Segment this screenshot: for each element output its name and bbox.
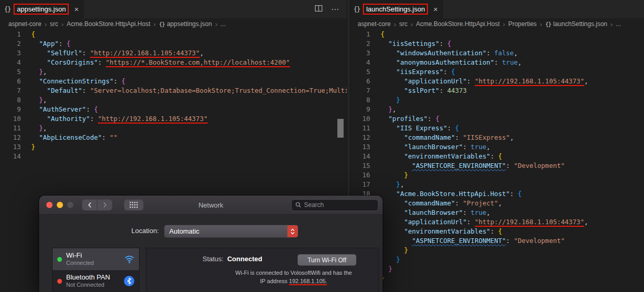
code-editor-appsettings[interactable]: 1{2 "App": {3 "SelfUrl": "http://192.168… bbox=[0, 30, 347, 161]
line-number: 2 bbox=[0, 39, 21, 48]
traffic-lights bbox=[46, 202, 73, 208]
list-item-bluetooth-pan[interactable]: Bluetooth PAN Not Connected bbox=[53, 270, 139, 292]
location-dropdown[interactable]: Automatic bbox=[164, 225, 298, 238]
line-number: 1 bbox=[349, 30, 370, 39]
chevron-right-icon: › bbox=[394, 20, 396, 28]
line-number: 9 bbox=[349, 105, 370, 114]
code-line: 3 "SelfUrl": "http://192.168.1.105:44373… bbox=[0, 48, 347, 58]
code-line: 10 "profiles": { bbox=[349, 114, 644, 124]
chevron-right-icon: › bbox=[215, 20, 217, 28]
breadcrumb-item[interactable]: Acme.BookStore.HttpApi.Host bbox=[416, 20, 500, 28]
breadcrumb-item[interactable]: Properties bbox=[508, 20, 537, 28]
code-editor-launchsettings[interactable]: 1{2 "iisSettings": {3 "windowsAuthentica… bbox=[349, 30, 644, 283]
code-line: 19 "commandName": "Project", bbox=[349, 199, 644, 208]
turn-wifi-off-button[interactable]: Turn Wi-Fi Off bbox=[297, 254, 357, 266]
code-line-content: "launchBrowser": true, bbox=[381, 142, 490, 152]
chevron-right-icon: › bbox=[61, 20, 64, 28]
window-title-bar[interactable]: Network Search bbox=[39, 196, 383, 215]
search-field[interactable]: Search bbox=[291, 199, 378, 211]
breadcrumb-item[interactable]: aspnet-core bbox=[358, 20, 390, 28]
code-line-content: }, bbox=[381, 180, 404, 189]
code-line-content: }, bbox=[31, 95, 47, 105]
code-line-content: "iisSettings": { bbox=[381, 39, 451, 48]
tab-launchsettings-json[interactable]: {} launchSettings.json × bbox=[349, 0, 443, 18]
line-number: 15 bbox=[349, 161, 370, 171]
json-file-icon: {} bbox=[4, 6, 10, 13]
list-item-wifi[interactable]: Wi-Fi Connected bbox=[53, 248, 139, 270]
editor-actions: ⋯ bbox=[314, 0, 347, 18]
chevron-right-icon: › bbox=[411, 20, 413, 28]
chevron-right-icon: › bbox=[540, 20, 542, 28]
breadcrumb-item[interactable]: Acme.BookStore.HttpApi.Host bbox=[67, 20, 150, 28]
editor-pane-right: {} launchSettings.json × aspnet-core › s… bbox=[349, 0, 644, 292]
line-number: 13 bbox=[0, 142, 21, 152]
zoom-window-button[interactable] bbox=[67, 202, 73, 208]
code-line: 5 }, bbox=[0, 67, 347, 77]
service-name: Bluetooth PAN bbox=[66, 274, 110, 282]
service-status: Connected bbox=[66, 260, 94, 266]
breadcrumb-right: aspnet-core › src › Acme.BookStore.HttpA… bbox=[349, 18, 644, 30]
code-line-content: "Acme.BookStore.HttpApi.Host": { bbox=[381, 189, 522, 199]
code-line: 26 } bbox=[349, 264, 644, 274]
network-preferences-window[interactable]: Network Search Location: Automatic Wi-Fi… bbox=[39, 196, 383, 292]
code-line-content: "iisExpress": { bbox=[381, 67, 455, 77]
line-number: 7 bbox=[349, 86, 370, 95]
code-line-content: }, bbox=[381, 105, 396, 114]
breadcrumb-more[interactable]: ... bbox=[220, 20, 225, 28]
code-line-content: "ASPNETCORE_ENVIRONMENT": "Development" bbox=[381, 161, 565, 171]
forward-button[interactable] bbox=[97, 200, 112, 210]
back-button[interactable] bbox=[82, 200, 97, 210]
location-value: Automatic bbox=[165, 227, 199, 235]
chevron-right-icon: › bbox=[503, 20, 505, 28]
code-line: 24 } bbox=[349, 246, 644, 255]
description-line1: Wi-Fi is connected to VolosoftWifi and h… bbox=[230, 269, 358, 277]
code-line-content: "environmentVariables": { bbox=[381, 152, 502, 161]
code-line: 9 }, bbox=[349, 105, 644, 114]
code-line-content: "environmentVariables": { bbox=[381, 227, 502, 236]
minimize-window-button[interactable] bbox=[57, 202, 63, 208]
code-line: 6 "applicationUrl": "http://192.168.1.10… bbox=[349, 77, 644, 86]
show-all-button[interactable] bbox=[124, 199, 144, 211]
code-line-content: }, bbox=[31, 124, 47, 133]
description-line2: IP address 192.168.1.105. bbox=[230, 277, 358, 285]
line-number: 14 bbox=[349, 152, 370, 161]
line-number: 3 bbox=[349, 48, 370, 58]
code-line-content: "SelfUrl": "http://192.168.1.105:44373", bbox=[31, 48, 204, 58]
code-line: 6 "ConnectionStrings": { bbox=[0, 77, 347, 86]
breadcrumb-item[interactable]: src bbox=[50, 20, 58, 28]
code-line-content: "Authority": "http://192.168.1.105:44373… bbox=[31, 114, 208, 124]
network-detail-panel: Status: Connected Turn Wi-Fi Off Wi-Fi i… bbox=[146, 248, 379, 292]
code-line: 11 }, bbox=[0, 124, 347, 133]
code-line: 8 }, bbox=[0, 95, 347, 105]
more-actions-icon[interactable]: ⋯ bbox=[331, 5, 339, 14]
close-tab-icon[interactable]: × bbox=[433, 5, 438, 13]
close-tab-icon[interactable]: × bbox=[74, 5, 79, 13]
split-editor-icon[interactable] bbox=[314, 4, 323, 15]
code-line: 14 "environmentVariables": { bbox=[349, 152, 644, 161]
code-line: 17 }, bbox=[349, 180, 644, 189]
line-number: 8 bbox=[0, 95, 21, 105]
code-line: 4 "anonymousAuthentication": true, bbox=[349, 58, 644, 67]
chevron-right-icon: › bbox=[611, 20, 613, 28]
breadcrumb-item[interactable]: aspnet-core bbox=[8, 20, 41, 28]
chevron-right-icon: › bbox=[44, 20, 46, 28]
line-number: 8 bbox=[349, 95, 370, 105]
code-line-content: "profiles": { bbox=[381, 114, 439, 124]
code-line: 5 "iisExpress": { bbox=[349, 67, 644, 77]
line-number: 11 bbox=[349, 124, 370, 133]
line-number: 6 bbox=[0, 77, 21, 86]
breadcrumb-file[interactable]: appsettings.json bbox=[167, 20, 212, 28]
code-line: 13 "launchBrowser": true, bbox=[349, 142, 644, 152]
breadcrumb-file[interactable]: launchSettings.json bbox=[553, 20, 607, 28]
vertical-scrollbar[interactable] bbox=[337, 119, 344, 138]
breadcrumb-item[interactable]: src bbox=[399, 20, 408, 28]
code-line-content: } bbox=[381, 95, 400, 105]
close-window-button[interactable] bbox=[46, 202, 53, 208]
tab-label-appsettings: appsettings.json bbox=[14, 4, 69, 15]
code-line: 15 "ASPNETCORE_ENVIRONMENT": "Developmen… bbox=[349, 161, 644, 171]
line-number: 3 bbox=[0, 48, 21, 58]
breadcrumb-more[interactable]: ... bbox=[616, 20, 621, 28]
tab-appsettings-json[interactable]: {} appsettings.json × bbox=[0, 0, 84, 18]
line-number: 5 bbox=[349, 67, 370, 77]
code-line: 23 "ASPNETCORE_ENVIRONMENT": "Developmen… bbox=[349, 236, 644, 246]
